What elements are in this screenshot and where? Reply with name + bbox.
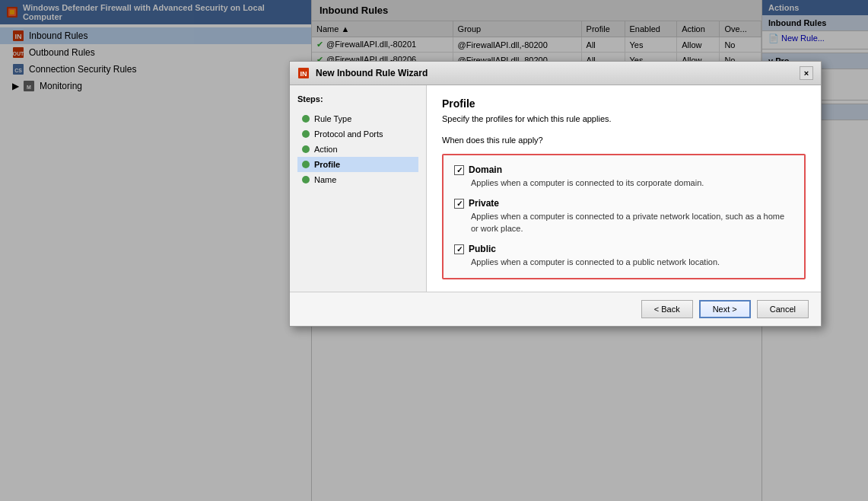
- dialog-titlebar: IN New Inbound Rule Wizard ×: [290, 62, 821, 85]
- next-button[interactable]: Next >: [699, 300, 751, 318]
- wizard-subtitle: Specify the profiles for which this rule…: [442, 114, 806, 123]
- step-profile[interactable]: Profile: [297, 157, 418, 172]
- step-dot: [302, 130, 310, 138]
- svg-text:IN: IN: [300, 70, 307, 78]
- step-rule-type[interactable]: Rule Type: [297, 111, 418, 126]
- dialog-close-button[interactable]: ×: [800, 66, 813, 80]
- wizard-section-title: Profile: [442, 97, 806, 110]
- steps-list: Rule Type Protocol and Ports Action Prof…: [297, 111, 418, 187]
- wizard-icon: IN: [297, 67, 310, 79]
- back-button[interactable]: < Back: [641, 300, 693, 318]
- step-name[interactable]: Name: [297, 172, 418, 187]
- step-label: Protocol and Ports: [314, 129, 383, 139]
- step-label: Name: [314, 175, 336, 184]
- step-protocol-ports[interactable]: Protocol and Ports: [297, 126, 418, 142]
- checkbox-domain[interactable]: [454, 165, 464, 175]
- wizard-dialog: IN New Inbound Rule Wizard × Steps: Rule…: [289, 61, 822, 327]
- profile-option-name-domain: Domain: [469, 164, 502, 175]
- profile-option-name-private: Private: [469, 198, 499, 209]
- steps-title: Steps:: [297, 94, 418, 104]
- step-dot: [302, 145, 310, 153]
- wizard-question: When does this rule apply?: [442, 136, 806, 145]
- wizard-content: Profile Specify the profiles for which t…: [427, 85, 821, 292]
- profile-option-label-public: Public: [454, 244, 793, 254]
- profile-option-name-public: Public: [469, 244, 496, 254]
- step-label: Profile: [314, 160, 340, 169]
- cancel-button[interactable]: Cancel: [757, 300, 809, 318]
- profile-option-public: Public Applies when a computer is connec…: [454, 244, 793, 268]
- step-dot: [302, 115, 310, 123]
- step-label: Action: [314, 145, 338, 154]
- profile-option-desc-public: Applies when a computer is connected to …: [471, 257, 793, 268]
- dialog-body: Steps: Rule Type Protocol and Ports Acti…: [290, 85, 821, 292]
- profile-options-box: Domain Applies when a computer is connec…: [442, 154, 806, 279]
- profile-option-desc-private: Applies when a computer is connected to …: [471, 211, 793, 235]
- checkbox-public[interactable]: [454, 244, 464, 254]
- profile-option-label-private: Private: [454, 198, 793, 209]
- dialog-footer: < Back Next > Cancel: [290, 292, 821, 326]
- step-action[interactable]: Action: [297, 142, 418, 157]
- step-label: Rule Type: [314, 114, 351, 123]
- step-dot: [302, 176, 310, 183]
- profile-option-label-domain: Domain: [454, 164, 793, 175]
- dialog-title-left: IN New Inbound Rule Wizard: [297, 67, 428, 79]
- profile-option-private: Private Applies when a computer is conne…: [454, 198, 793, 235]
- profile-option-desc-domain: Applies when a computer is connected to …: [471, 177, 793, 189]
- profile-option-domain: Domain Applies when a computer is connec…: [454, 164, 793, 189]
- checkbox-private[interactable]: [454, 199, 464, 209]
- step-dot: [302, 161, 310, 168]
- steps-panel: Steps: Rule Type Protocol and Ports Acti…: [290, 85, 427, 292]
- dialog-title-text: New Inbound Rule Wizard: [316, 68, 428, 78]
